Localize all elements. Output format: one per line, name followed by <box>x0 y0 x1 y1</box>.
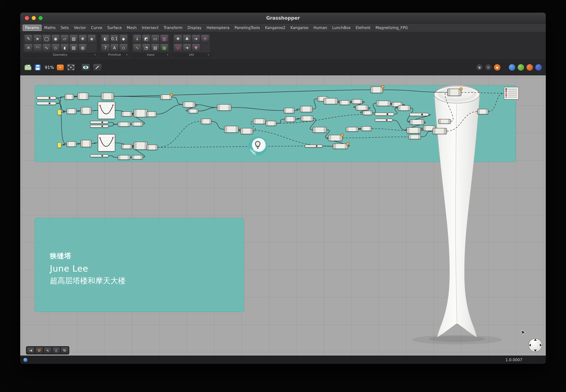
gh-component[interactable] <box>376 101 390 106</box>
gh-component[interactable] <box>285 116 296 122</box>
gh-wire[interactable] <box>211 121 224 129</box>
preview-off-button[interactable]: ⊘ <box>485 64 492 71</box>
gh-component[interactable] <box>134 142 148 150</box>
gh-component[interactable] <box>477 109 488 114</box>
preview-custom-button[interactable]: ◆ <box>494 64 501 71</box>
gh-component[interactable] <box>217 104 231 111</box>
path-param-icon[interactable]: ◇ <box>119 44 128 52</box>
widget-magnet-toggle[interactable]: U <box>35 347 43 354</box>
jitter-icon[interactable]: ✣ <box>201 35 209 43</box>
tree-icon[interactable]: ♣ <box>183 35 191 43</box>
import-icon[interactable]: ↓ <box>133 35 141 43</box>
gh-wire[interactable] <box>74 96 77 97</box>
gh-component[interactable] <box>333 143 348 149</box>
gh-component[interactable] <box>352 99 362 104</box>
gh-wire[interactable] <box>76 143 80 144</box>
gh-component[interactable] <box>201 119 211 124</box>
gh-component[interactable] <box>339 100 350 105</box>
brep-param-icon[interactable]: ◖ <box>60 44 69 52</box>
gh-number-slider[interactable] <box>36 96 56 99</box>
md-slider-icon[interactable]: ∿ <box>133 44 141 52</box>
box-param-icon[interactable]: ▧ <box>70 35 78 43</box>
gh-wire[interactable] <box>195 105 217 108</box>
gh-wire[interactable] <box>421 131 432 137</box>
tab-display[interactable]: Display <box>185 25 204 31</box>
mesh-param-icon[interactable]: ▨ <box>70 44 78 52</box>
gh-component[interactable] <box>253 119 266 124</box>
gh-component[interactable] <box>361 126 372 131</box>
gh-number-slider[interactable] <box>375 112 394 116</box>
relay-icon[interactable]: ➜ <box>192 35 200 43</box>
zoom-window-button[interactable] <box>39 16 43 20</box>
slider-grip[interactable] <box>387 113 388 115</box>
gh-component[interactable] <box>266 121 277 126</box>
gh-component[interactable] <box>66 141 76 147</box>
domain-param-icon[interactable]: ◆ <box>119 35 128 43</box>
zoom-dropdown-button[interactable]: ▾ <box>57 65 64 70</box>
knob-icon[interactable]: ◔ <box>142 44 150 52</box>
tab-lunchbox[interactable]: LunchBox <box>330 25 353 31</box>
zoom-extents-button[interactable] <box>67 64 75 71</box>
tab-intersect[interactable]: Intersect <box>139 25 161 31</box>
gh-component[interactable] <box>346 127 358 132</box>
flask-icon[interactable]: ▼ <box>192 44 200 52</box>
gh-component[interactable] <box>121 144 132 149</box>
gh-component[interactable] <box>118 155 130 160</box>
gh-component[interactable] <box>134 109 148 117</box>
gh-component[interactable] <box>121 112 132 116</box>
lightbulb-widget[interactable] <box>247 136 268 156</box>
status-blue-icon[interactable] <box>23 358 28 362</box>
widget-wire-toggle[interactable]: ∿ <box>44 347 51 354</box>
gh-wire[interactable] <box>231 108 284 111</box>
panel-icon[interactable]: ▤ <box>151 44 159 52</box>
warning-balloon-icon[interactable] <box>170 93 173 96</box>
tab-kangaroo[interactable]: Kangaroo <box>288 25 311 31</box>
gh-component[interactable] <box>284 108 295 113</box>
tab-sets[interactable]: Sets <box>58 25 71 31</box>
tab-heteroptera[interactable]: Heteroptera <box>204 25 232 31</box>
gh-number-slider[interactable] <box>409 113 429 116</box>
orange-sphere-button[interactable] <box>526 64 533 71</box>
tab-surface[interactable]: Surface <box>105 25 124 31</box>
gh-wire[interactable] <box>372 128 406 130</box>
gh-wire[interactable] <box>198 108 217 111</box>
gh-number-slider[interactable] <box>90 125 109 128</box>
gh-wire[interactable] <box>92 143 98 143</box>
group-expand-icon[interactable]: ▾ <box>126 53 127 56</box>
sketch-tool-button[interactable] <box>93 64 102 71</box>
plane-param-icon[interactable]: ▱ <box>60 35 69 43</box>
gh-panel[interactable] <box>57 110 61 115</box>
slider-grip[interactable] <box>386 119 387 121</box>
save-file-button[interactable] <box>35 64 41 70</box>
gh-wire[interactable] <box>114 90 370 96</box>
gh-component[interactable] <box>313 127 327 133</box>
gh-wire[interactable] <box>393 120 406 130</box>
gh-component[interactable] <box>408 135 421 139</box>
data-output-icon[interactable]: ➜ <box>183 44 191 52</box>
group-expand-icon[interactable]: ▾ <box>167 53 168 56</box>
gh-number-slider[interactable] <box>305 145 323 148</box>
gh-component[interactable] <box>132 122 143 126</box>
warning-balloon-icon[interactable] <box>381 85 384 88</box>
group-expand-icon[interactable]: ▾ <box>208 53 209 56</box>
gh-wire[interactable] <box>61 111 66 112</box>
gh-component[interactable] <box>362 111 372 115</box>
gh-component[interactable] <box>301 116 313 121</box>
gh-wire[interactable] <box>461 92 504 93</box>
gh-component[interactable] <box>160 95 172 99</box>
widget-panel-toggle[interactable]: ▯ <box>52 347 60 354</box>
gh-wire[interactable] <box>89 96 101 96</box>
group-expand-icon[interactable]: ▾ <box>94 53 96 56</box>
gh-component[interactable] <box>188 109 198 113</box>
gradient-icon[interactable]: ▥ <box>160 35 168 43</box>
gh-component[interactable] <box>80 140 92 147</box>
gh-wire[interactable] <box>296 118 301 119</box>
geometry-param-icon[interactable]: ◈ <box>88 35 96 43</box>
open-file-button[interactable] <box>24 64 32 70</box>
slider-grip[interactable] <box>49 97 50 99</box>
gh-component[interactable] <box>300 106 313 112</box>
fruit-icon[interactable]: ✿ <box>174 44 182 52</box>
minimize-window-button[interactable] <box>32 16 36 20</box>
gh-wire[interactable] <box>172 97 183 105</box>
tab-kangaroo2[interactable]: Kangaroo2 <box>263 25 288 31</box>
